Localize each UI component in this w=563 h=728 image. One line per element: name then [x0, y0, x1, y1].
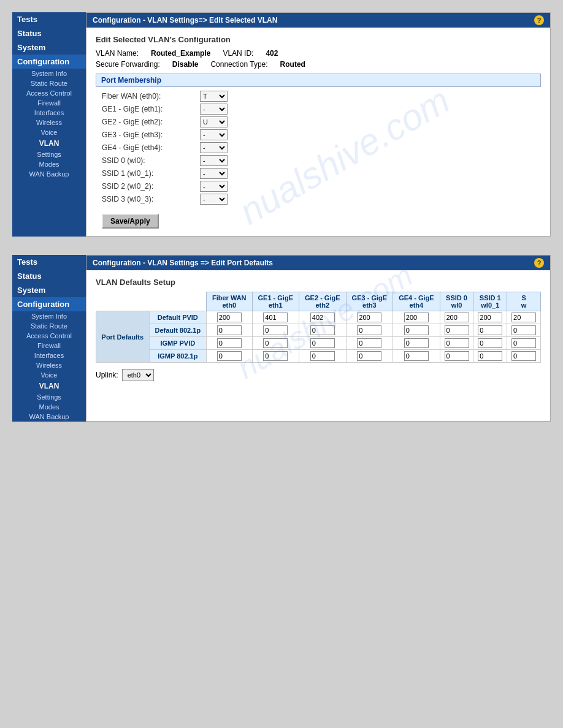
save-apply-button[interactable]: Save/Apply: [102, 214, 159, 229]
input-0-2[interactable]: [310, 313, 335, 322]
sidebar2-item-configuration[interactable]: Configuration: [12, 297, 86, 311]
sidebar2-item-static-route[interactable]: Static Route: [12, 321, 86, 331]
sidebar2-item-system-info[interactable]: System Info: [12, 311, 86, 321]
input-3-0[interactable]: [217, 351, 242, 361]
input-0-5[interactable]: [445, 313, 469, 322]
sidebar-item-wan-backup[interactable]: WAN Backup: [12, 169, 86, 179]
help-icon-1[interactable]: ?: [534, 15, 544, 25]
sidebar-item-settings[interactable]: Settings: [12, 150, 86, 159]
cell-0-1: [252, 311, 299, 324]
input-2-0[interactable]: [217, 338, 242, 348]
cell-2-0: [207, 337, 252, 350]
port-row-4: GE4 - GigE (eth4):-: [96, 142, 541, 153]
sidebar2-item-settings[interactable]: Settings: [12, 392, 86, 402]
input-3-1[interactable]: [263, 351, 288, 361]
help-icon-2[interactable]: ?: [534, 258, 544, 268]
input-0-7[interactable]: [511, 313, 536, 322]
sidebar-2: Tests Status System Configuration System…: [12, 255, 86, 422]
uplink-select[interactable]: eth0: [122, 369, 154, 381]
sidebar2-item-status[interactable]: Status: [12, 269, 86, 283]
sidebar-1: Tests Status System Configuration System…: [12, 12, 86, 237]
sidebar-item-tests[interactable]: Tests: [12, 12, 86, 26]
sidebar2-item-modes[interactable]: Modes: [12, 402, 86, 412]
input-1-0[interactable]: [217, 325, 242, 335]
sidebar-item-static-route[interactable]: Static Route: [12, 78, 86, 88]
cell-2-3: [346, 337, 393, 350]
cell-3-6: [473, 350, 507, 363]
input-1-2[interactable]: [310, 325, 335, 335]
input-0-3[interactable]: [357, 313, 381, 322]
port-select-2[interactable]: U: [200, 116, 228, 127]
sidebar2-item-interfaces[interactable]: Interfaces: [12, 351, 86, 360]
sidebar2-item-firewall[interactable]: Firewall: [12, 341, 86, 351]
input-3-3[interactable]: [357, 351, 381, 361]
sidebar2-item-system[interactable]: System: [12, 283, 86, 297]
cell-3-5: [440, 350, 473, 363]
input-2-6[interactable]: [478, 338, 502, 348]
panel1-header: Configuration - VLAN Settings=> Edit Sel…: [86, 13, 550, 28]
input-1-3[interactable]: [357, 325, 381, 335]
input-2-7[interactable]: [511, 338, 536, 348]
sidebar2-item-wan-backup[interactable]: WAN Backup: [12, 412, 86, 422]
input-0-1[interactable]: [263, 313, 288, 322]
sidebar-item-vlan[interactable]: VLAN: [12, 137, 86, 150]
sidebar2-item-wireless[interactable]: Wireless: [12, 360, 86, 370]
vlan-id-value: 402: [266, 49, 278, 58]
sidebar-item-access-control[interactable]: Access Control: [12, 88, 86, 98]
cell-0-7: [507, 311, 541, 324]
sidebar2-item-tests[interactable]: Tests: [12, 255, 86, 269]
port-select-5[interactable]: -: [200, 155, 228, 166]
col-s: Sw: [507, 292, 541, 311]
sidebar-item-interfaces[interactable]: Interfaces: [12, 108, 86, 118]
input-1-1[interactable]: [263, 325, 288, 335]
port-select-0[interactable]: T: [200, 91, 228, 102]
port-select-4[interactable]: -: [200, 142, 228, 153]
sidebar-item-status[interactable]: Status: [12, 26, 86, 40]
cell-1-1: [252, 324, 299, 337]
sidebar2-item-vlan[interactable]: VLAN: [12, 380, 86, 392]
input-3-7[interactable]: [511, 351, 536, 361]
port-select-7[interactable]: -: [200, 181, 228, 192]
port-select-1[interactable]: -: [200, 104, 228, 115]
input-0-4[interactable]: [404, 313, 429, 322]
sidebar-item-modes[interactable]: Modes: [12, 159, 86, 169]
port-select-6[interactable]: -: [200, 168, 228, 179]
sidebar-item-configuration[interactable]: Configuration: [12, 55, 86, 69]
sidebar-item-wireless[interactable]: Wireless: [12, 118, 86, 127]
cell-2-5: [440, 337, 473, 350]
port-select-3[interactable]: -: [200, 129, 228, 140]
input-1-4[interactable]: [404, 325, 429, 335]
port-label-6: SSID 1 (wl0_1):: [102, 169, 200, 178]
cell-1-5: [440, 324, 473, 337]
input-0-0[interactable]: [217, 313, 242, 322]
empty-corner-1: [96, 292, 150, 311]
sidebar-item-system-info[interactable]: System Info: [12, 69, 86, 78]
input-3-5[interactable]: [445, 351, 469, 361]
input-2-1[interactable]: [263, 338, 288, 348]
sidebar2-item-access-control[interactable]: Access Control: [12, 331, 86, 341]
col-ge2: GE2 - GigEeth2: [299, 292, 347, 311]
vlan-name-label: VLAN Name:: [96, 49, 139, 58]
port-select-8[interactable]: -: [200, 194, 228, 205]
input-2-5[interactable]: [445, 338, 469, 348]
sidebar2-item-voice[interactable]: Voice: [12, 370, 86, 380]
panel2-content: Configuration - VLAN Settings => Edit Po…: [86, 255, 551, 422]
sidebar-item-voice[interactable]: Voice: [12, 127, 86, 137]
input-1-7[interactable]: [511, 325, 536, 335]
input-3-4[interactable]: [404, 351, 429, 361]
sidebar-item-firewall[interactable]: Firewall: [12, 98, 86, 108]
input-3-2[interactable]: [310, 351, 335, 361]
input-3-6[interactable]: [478, 351, 502, 361]
port-defaults-label: Port Defaults: [96, 311, 150, 363]
sidebar-item-system[interactable]: System: [12, 40, 86, 55]
input-2-2[interactable]: [310, 338, 335, 348]
input-1-5[interactable]: [445, 325, 469, 335]
col-ssid0: SSID 0wl0: [440, 292, 473, 311]
cell-1-4: [393, 324, 440, 337]
input-2-4[interactable]: [404, 338, 429, 348]
input-2-3[interactable]: [357, 338, 381, 348]
input-0-6[interactable]: [478, 313, 502, 322]
port-row-8: SSID 3 (wl0_3):-: [96, 194, 541, 205]
port-row-0: Fiber WAN (eth0):T: [96, 91, 541, 102]
input-1-6[interactable]: [478, 325, 502, 335]
